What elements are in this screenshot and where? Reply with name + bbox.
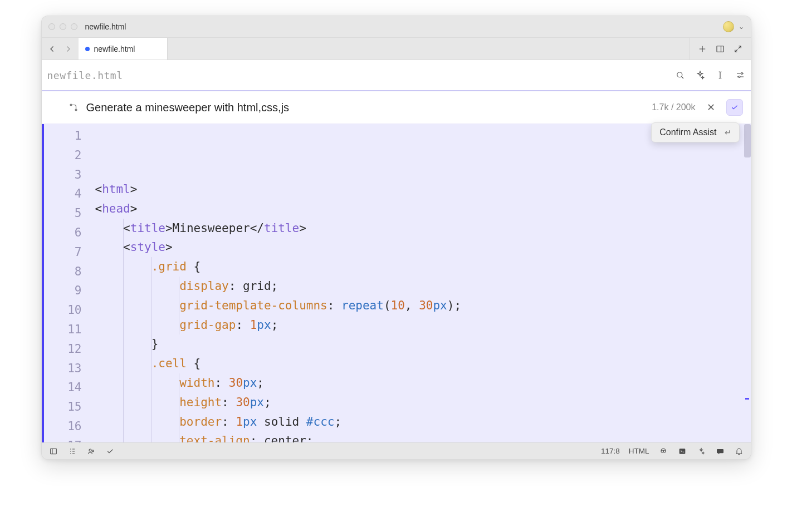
line-gutter: 1234567891011121314151617 xyxy=(44,124,95,442)
svg-point-1 xyxy=(677,72,682,77)
statusbar: 117:8 HTML xyxy=(42,442,751,459)
traffic-min-icon[interactable] xyxy=(60,23,66,30)
breadcrumb[interactable]: newfile.html xyxy=(47,70,123,81)
terminal-icon[interactable] xyxy=(677,446,687,456)
code-line[interactable]: <style> xyxy=(95,238,751,257)
code-line[interactable]: border: 1px solid #ccc; xyxy=(95,412,751,432)
traffic-close-icon[interactable] xyxy=(48,23,55,30)
diagnostics-ok-icon[interactable] xyxy=(105,446,115,456)
editor-window: newfile.html ⌄ newfile.html xyxy=(41,16,751,460)
line-number: 7 xyxy=(44,243,82,262)
outline-icon[interactable] xyxy=(67,446,77,456)
confirm-tooltip: Confirm Assist ↵ xyxy=(651,122,739,142)
titlebar: newfile.html ⌄ xyxy=(42,16,751,38)
tooltip-label: Confirm Assist xyxy=(659,127,716,137)
svg-point-8 xyxy=(92,450,94,451)
code-line[interactable]: display: grid; xyxy=(95,277,751,296)
tab-label: newfile.html xyxy=(94,45,135,53)
collab-icon[interactable] xyxy=(86,446,96,456)
dirty-indicator-icon xyxy=(85,47,90,51)
window-title: newfile.html xyxy=(85,22,126,31)
code-line[interactable]: } xyxy=(95,334,751,354)
panel-left-icon[interactable] xyxy=(48,446,58,456)
svg-point-10 xyxy=(663,450,666,452)
code-editor[interactable]: 1234567891011121314151617 <html><head> <… xyxy=(42,124,751,442)
code-line[interactable]: <html> xyxy=(95,180,751,199)
cursor-position[interactable]: 117:8 xyxy=(601,447,620,455)
code-line[interactable]: .cell { xyxy=(95,354,751,373)
line-number: 17 xyxy=(44,436,82,442)
traffic-max-icon[interactable] xyxy=(71,23,77,30)
tab-active[interactable]: newfile.html xyxy=(79,38,168,60)
traffic-lights[interactable] xyxy=(48,23,77,30)
svg-rect-6 xyxy=(50,449,56,454)
line-number: 10 xyxy=(44,301,82,320)
code-line[interactable]: <head> xyxy=(95,199,751,219)
search-icon[interactable] xyxy=(675,70,685,80)
line-number: 3 xyxy=(44,165,82,185)
language-mode[interactable]: HTML xyxy=(629,447,649,455)
copilot-icon[interactable] xyxy=(658,446,668,456)
line-number: 2 xyxy=(44,146,82,165)
svg-point-7 xyxy=(89,449,91,451)
code-line[interactable]: text-align: center; xyxy=(95,431,751,442)
code-line[interactable]: grid-template-columns: repeat(10, 30px); xyxy=(95,296,751,316)
breadcrumb-bar: newfile.html xyxy=(42,60,751,90)
code-line[interactable]: .grid { xyxy=(95,257,751,277)
line-number: 12 xyxy=(44,339,82,359)
close-prompt-button[interactable]: ✕ xyxy=(703,101,718,114)
nav-back-button[interactable] xyxy=(47,44,57,54)
nav-forward-button[interactable] xyxy=(63,44,73,54)
line-number: 13 xyxy=(44,359,82,378)
route-icon[interactable] xyxy=(69,102,79,112)
code-line[interactable]: grid-gap: 1px; xyxy=(95,316,751,335)
prompt-text[interactable]: Generate a minesweeper with html,css,js xyxy=(86,101,644,114)
svg-rect-0 xyxy=(717,46,723,52)
line-number: 5 xyxy=(44,204,82,223)
enter-key-icon: ↵ xyxy=(725,128,731,137)
line-number: 16 xyxy=(44,417,82,436)
accept-button[interactable] xyxy=(726,99,743,116)
svg-point-3 xyxy=(739,76,740,78)
svg-point-4 xyxy=(70,104,72,106)
line-number: 15 xyxy=(44,397,82,417)
avatar[interactable] xyxy=(723,21,734,32)
expand-button[interactable] xyxy=(733,44,743,54)
code-line[interactable]: height: 30px; xyxy=(95,393,751,412)
svg-point-5 xyxy=(75,109,77,111)
split-panel-button[interactable] xyxy=(715,44,725,54)
tabbar: newfile.html xyxy=(42,38,751,60)
cursor-icon[interactable] xyxy=(715,70,725,80)
line-number: 6 xyxy=(44,223,82,243)
sparkle-icon[interactable] xyxy=(695,70,705,80)
code-line[interactable]: <title>Minesweeper</title> xyxy=(95,219,751,238)
scrollbar-thumb[interactable] xyxy=(744,124,751,157)
chat-icon[interactable] xyxy=(715,446,725,456)
code-line[interactable]: width: 30px; xyxy=(95,373,751,393)
line-number: 4 xyxy=(44,184,82,204)
line-number: 8 xyxy=(44,262,82,282)
settings-sliders-icon[interactable] xyxy=(735,70,745,80)
line-number: 11 xyxy=(44,320,82,339)
svg-point-2 xyxy=(741,73,742,75)
inline-prompt-bar: Generate a minesweeper with html,css,js … xyxy=(42,91,751,124)
new-tab-button[interactable] xyxy=(697,44,707,54)
token-count: 1.7k / 200k xyxy=(652,102,695,112)
line-number: 1 xyxy=(44,126,82,146)
chevron-down-icon[interactable]: ⌄ xyxy=(739,23,744,31)
bell-icon[interactable] xyxy=(734,446,744,456)
line-number: 9 xyxy=(44,281,82,301)
line-number: 14 xyxy=(44,378,82,397)
ai-sparkle-icon[interactable] xyxy=(696,446,706,456)
code-area[interactable]: <html><head> <title>Minesweeper</title> … xyxy=(95,124,751,442)
svg-point-9 xyxy=(661,450,663,452)
